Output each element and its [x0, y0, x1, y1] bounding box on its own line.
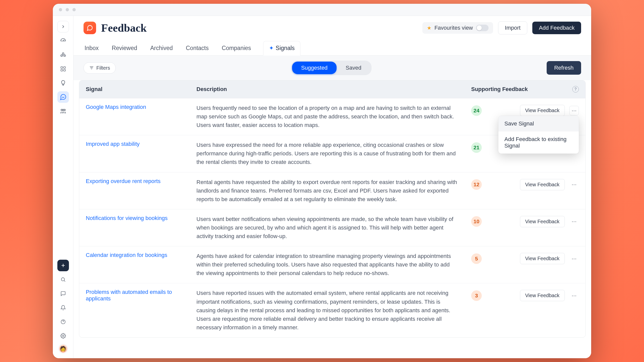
signal-link[interactable]: Problems with automated emails to applic… — [86, 289, 172, 302]
tab-label: Signals — [276, 45, 295, 52]
sidebar: 🧑 — [53, 16, 73, 358]
th-signal: Signal — [79, 80, 190, 98]
svg-rect-5 — [61, 69, 63, 71]
view-feedback-button[interactable]: View Feedback — [520, 216, 565, 227]
nav-search[interactable] — [57, 274, 69, 285]
filters-button[interactable]: Filters — [84, 62, 116, 74]
star-icon: ★ — [427, 25, 431, 31]
signal-link[interactable]: Exporting overdue rent reports — [86, 178, 160, 184]
tab-label: Companies — [222, 45, 251, 52]
row-more-button[interactable]: ⋯ — [569, 106, 579, 115]
segment-suggested[interactable]: Suggested — [292, 62, 337, 74]
main-content: Feedback ★ Favourites view Import Add Fe… — [73, 16, 591, 358]
table-row: Problems with automated emails to applic… — [79, 283, 585, 337]
tab-inbox[interactable]: Inbox — [84, 41, 100, 55]
svg-point-10 — [61, 278, 64, 281]
nav-teams[interactable] — [57, 49, 69, 61]
dropdown-save-signal[interactable]: Save Signal — [498, 116, 579, 131]
supporting-feedback-cell: 24View Feedback⋯Save SignalAdd Feedback … — [471, 104, 579, 116]
tab-label: Reviewed — [112, 45, 137, 52]
row-more-button[interactable]: ⋯ — [569, 180, 579, 189]
feedback-count-badge: 12 — [471, 179, 482, 190]
feedback-count-badge: 10 — [471, 216, 482, 227]
page-header: Feedback ★ Favourites view Import Add Fe… — [73, 16, 591, 34]
signal-description: Users want better notifications when vie… — [196, 215, 458, 241]
view-feedback-button[interactable]: View Feedback — [520, 253, 565, 264]
tab-label: Contacts — [186, 45, 209, 52]
signals-table-container: Signal Description Supporting Feedback ?… — [73, 80, 591, 358]
toolbar: Filters Suggested Saved Refresh — [73, 56, 591, 80]
help-icon[interactable]: ? — [572, 86, 579, 93]
feedback-count-badge: 5 — [471, 253, 482, 264]
nav-help[interactable] — [57, 316, 69, 328]
table-row: Calendar integration for bookingsAgents … — [79, 246, 585, 283]
sidebar-add-button[interactable] — [57, 260, 69, 271]
sparkle-icon: ✦ — [269, 45, 274, 52]
add-feedback-button[interactable]: Add Feedback — [532, 22, 581, 34]
signal-description: Rental agents have requested the ability… — [196, 178, 458, 204]
toggle-switch[interactable] — [476, 25, 489, 31]
user-avatar[interactable]: 🧑 — [59, 344, 68, 353]
tab-label: Inbox — [85, 45, 99, 52]
traffic-light-minimize[interactable] — [66, 8, 69, 11]
nav-apps[interactable] — [57, 63, 69, 75]
tab-companies[interactable]: Companies — [221, 41, 252, 55]
tab-reviewed[interactable]: Reviewed — [111, 41, 138, 55]
supporting-feedback-cell: 3View Feedback⋯ — [471, 289, 579, 301]
supporting-feedback-cell: 10View Feedback⋯ — [471, 215, 579, 227]
table-row: Exporting overdue rent reportsRental age… — [79, 172, 585, 209]
svg-rect-4 — [64, 67, 65, 68]
segment-control: Suggested Saved — [291, 61, 372, 75]
filters-label: Filters — [96, 65, 110, 71]
window-titlebar — [53, 4, 591, 16]
signal-description: Users frequently need to see the locatio… — [196, 104, 458, 129]
nav-settings[interactable] — [57, 330, 69, 342]
traffic-light-maximize[interactable] — [72, 8, 76, 11]
th-description: Description — [190, 80, 465, 98]
feedback-count-badge: 21 — [471, 142, 482, 153]
row-more-button[interactable]: ⋯ — [569, 217, 579, 226]
import-button[interactable]: Import — [498, 21, 527, 34]
table-row: Google Maps integrationUsers frequently … — [79, 98, 585, 135]
view-feedback-button[interactable]: View Feedback — [520, 290, 565, 301]
signal-link[interactable]: Google Maps integration — [86, 104, 146, 110]
nav-ideas[interactable] — [57, 77, 69, 89]
sidebar-expand-button[interactable] — [57, 21, 69, 32]
nav-dashboard[interactable] — [57, 35, 69, 47]
tabs-bar: InboxReviewedArchivedContactsCompanies✦S… — [73, 34, 591, 56]
nav-people[interactable] — [57, 105, 69, 117]
nav-chat[interactable] — [57, 288, 69, 299]
view-feedback-button[interactable]: View Feedback — [520, 105, 565, 116]
segment-saved[interactable]: Saved — [337, 62, 370, 74]
nav-notifications[interactable] — [57, 302, 69, 313]
row-more-button[interactable]: ⋯ — [569, 254, 579, 263]
signal-link[interactable]: Improved app stability — [86, 141, 140, 147]
feedback-count-badge: 3 — [471, 290, 482, 301]
signal-description: Users have expressed the need for a more… — [196, 141, 458, 166]
refresh-button[interactable]: Refresh — [547, 61, 581, 75]
signal-description: Agents have asked for calendar integrati… — [196, 252, 458, 278]
th-supporting-feedback: Supporting Feedback ? — [465, 80, 585, 98]
feedback-count-badge: 24 — [471, 105, 482, 116]
supporting-feedback-cell: 12View Feedback⋯ — [471, 178, 579, 190]
view-feedback-button[interactable]: View Feedback — [520, 179, 565, 190]
tab-label: Archived — [150, 45, 173, 52]
signal-link[interactable]: Notifications for viewing bookings — [86, 215, 168, 221]
tab-signals[interactable]: ✦Signals — [263, 41, 300, 56]
signal-description: Users have reported issues with the auto… — [196, 289, 458, 332]
row-more-button[interactable]: ⋯ — [569, 291, 579, 300]
signals-table: Signal Description Supporting Feedback ?… — [79, 80, 586, 338]
tab-archived[interactable]: Archived — [149, 41, 174, 55]
signal-link[interactable]: Calendar integration for bookings — [86, 252, 167, 258]
table-row: Notifications for viewing bookingsUsers … — [79, 209, 585, 246]
tab-contacts[interactable]: Contacts — [185, 41, 210, 55]
dropdown-add-to-existing[interactable]: Add Feedback to existing Signal — [498, 131, 579, 154]
app-window: 🧑 Feedback ★ Favourites view Import Add … — [53, 4, 591, 358]
nav-feedback[interactable] — [57, 91, 69, 103]
traffic-light-close[interactable] — [59, 8, 62, 11]
svg-point-12 — [62, 335, 64, 337]
svg-rect-3 — [61, 67, 63, 68]
feedback-brand-icon — [84, 22, 96, 34]
svg-rect-6 — [64, 69, 65, 71]
favourites-view-toggle[interactable]: ★ Favourites view — [422, 22, 493, 34]
